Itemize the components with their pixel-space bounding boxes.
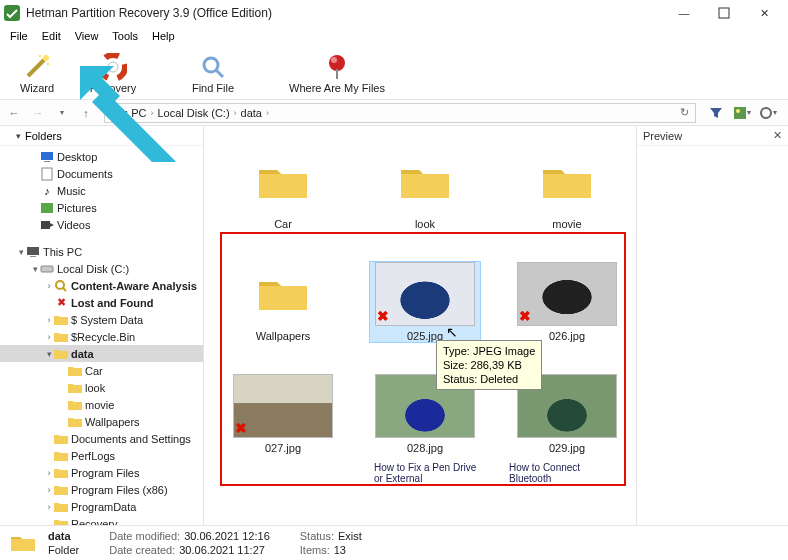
nav-forward-button[interactable]: → — [28, 103, 48, 123]
file-item-027[interactable]: ✖ 027.jpg — [228, 374, 338, 454]
search-folder-icon — [54, 279, 68, 293]
tree-data[interactable]: ▾data — [0, 345, 203, 362]
folders-header[interactable]: ▾ Folders — [0, 126, 203, 146]
crumb-root[interactable]: ...is PC — [111, 107, 146, 119]
chevron-right-icon[interactable]: › — [44, 281, 54, 291]
folder-icon — [54, 483, 68, 497]
tree-sysdata[interactable]: ›$ System Data — [0, 311, 203, 328]
tree-programdata[interactable]: ›ProgramData — [0, 498, 203, 515]
crumb-data[interactable]: data — [241, 107, 262, 119]
tree-lostfound[interactable]: ✖Lost and Found — [0, 294, 203, 311]
crumb-disk[interactable]: Local Disk (C:) — [157, 107, 229, 119]
findfile-button[interactable]: Find File — [182, 48, 244, 98]
tree-docsettings[interactable]: Documents and Settings — [0, 430, 203, 447]
lifesaver-icon — [99, 52, 127, 82]
svg-point-3 — [39, 54, 41, 56]
deleted-x-icon: ✖ — [377, 308, 389, 324]
item-label: look — [415, 218, 435, 230]
chevron-down-icon[interactable]: ▾ — [30, 264, 40, 274]
tree-content-aware[interactable]: ›Content-Aware Analysis — [0, 277, 203, 294]
wherearemyfiles-button[interactable]: Where Are My Files — [282, 48, 392, 98]
chevron-down-icon[interactable]: ▾ — [44, 349, 54, 359]
chevron-right-icon[interactable]: › — [44, 332, 54, 342]
folder-item-look[interactable]: look — [370, 150, 480, 230]
refresh-icon[interactable]: ↻ — [680, 106, 689, 119]
content-area: Car look movie Wallpapers ✖ 025.jpg ✖ — [204, 126, 636, 525]
tree-programfiles86[interactable]: ›Program Files (x86) — [0, 481, 203, 498]
chevron-right-icon[interactable]: › — [44, 502, 54, 512]
extra-items-row: How to Fix a Pen Drive or External How t… — [204, 462, 636, 492]
tree-pictures[interactable]: Pictures — [0, 199, 203, 216]
svg-rect-16 — [41, 203, 53, 213]
app-icon — [4, 5, 20, 21]
preview-title: Preview — [643, 130, 682, 142]
folder-item-movie[interactable]: movie — [512, 150, 622, 230]
menu-edit[interactable]: Edit — [36, 28, 67, 44]
tree-movie[interactable]: movie — [0, 396, 203, 413]
folder-icon — [54, 500, 68, 514]
maximize-button[interactable] — [704, 0, 744, 26]
menu-file[interactable]: File — [4, 28, 34, 44]
tree-desktop[interactable]: Desktop — [0, 148, 203, 165]
deleted-x-icon: ✖ — [519, 308, 531, 324]
tree-recovery[interactable]: Recovery — [0, 515, 203, 525]
file-item-026[interactable]: ✖ 026.jpg — [512, 262, 622, 342]
folder-item-wallpapers[interactable]: Wallpapers — [228, 262, 338, 342]
wizard-button[interactable]: Wizard — [6, 48, 68, 98]
tree-programfiles[interactable]: ›Program Files — [0, 464, 203, 481]
item-label: 027.jpg — [265, 442, 301, 454]
svg-point-6 — [108, 62, 118, 72]
folder-icon — [54, 347, 68, 361]
menu-view[interactable]: View — [69, 28, 105, 44]
tree-car[interactable]: Car — [0, 362, 203, 379]
chevron-right-icon: › — [266, 108, 269, 118]
image-thumbnail: ✖ — [233, 374, 333, 438]
filter-button[interactable] — [706, 103, 726, 123]
picture-icon — [40, 201, 54, 215]
tree-thispc[interactable]: ▾This PC — [0, 243, 203, 260]
main-area: ▾ Folders Desktop Documents ♪Music Pictu… — [0, 126, 788, 525]
status-name-col: data Folder — [48, 530, 79, 556]
thumbnail-view-button[interactable]: ▾ — [732, 103, 752, 123]
preview-close-button[interactable]: ✕ — [773, 129, 782, 142]
tree-recycle[interactable]: ›$Recycle.Bin — [0, 328, 203, 345]
nav-back-button[interactable]: ← — [4, 103, 24, 123]
chevron-down-icon[interactable]: ▾ — [16, 247, 26, 257]
svg-rect-1 — [719, 8, 729, 18]
tree-documents[interactable]: Documents — [0, 165, 203, 182]
menu-tools[interactable]: Tools — [106, 28, 144, 44]
status-items-label: Items: — [300, 544, 330, 556]
doc-item-fixpen[interactable]: How to Fix a Pen Drive or External — [374, 462, 477, 484]
folder-item-car[interactable]: Car — [228, 150, 338, 230]
item-label: 029.jpg — [549, 442, 585, 454]
address-bar[interactable]: ...is PC› Local Disk (C:)› data› ↻ — [104, 103, 696, 123]
nav-history-button[interactable]: ▾ — [52, 103, 72, 123]
tree-perflogs[interactable]: PerfLogs — [0, 447, 203, 464]
menu-help[interactable]: Help — [146, 28, 181, 44]
tree-wallpapers[interactable]: Wallpapers — [0, 413, 203, 430]
close-button[interactable]: ✕ — [744, 0, 784, 26]
folder-icon — [517, 150, 617, 214]
status-modified-value: 30.06.2021 12:16 — [184, 530, 270, 542]
tooltip-line: Status: Deleted — [443, 372, 535, 386]
tree-videos[interactable]: Videos — [0, 216, 203, 233]
options-button[interactable]: ▾ — [758, 103, 778, 123]
recovery-label: Recovery — [90, 82, 136, 94]
chevron-right-icon[interactable]: › — [44, 468, 54, 478]
chevron-right-icon[interactable]: › — [44, 485, 54, 495]
folder-icon — [54, 517, 68, 526]
tree-localdisk[interactable]: ▾Local Disk (C:) — [0, 260, 203, 277]
svg-rect-19 — [30, 256, 36, 257]
doc-item-bluetooth[interactable]: How to Connect Bluetooth — [509, 462, 612, 484]
image-thumbnail: ✖ — [375, 262, 475, 326]
minimize-button[interactable]: — — [664, 0, 704, 26]
tree-look[interactable]: look — [0, 379, 203, 396]
folder-icon — [68, 398, 82, 412]
status-status-value: Exist — [338, 530, 362, 542]
recovery-button[interactable]: Recovery — [82, 48, 144, 98]
file-item-025[interactable]: ✖ 025.jpg — [370, 262, 480, 342]
chevron-right-icon[interactable]: › — [44, 315, 54, 325]
nav-up-button[interactable]: ↑ — [76, 103, 96, 123]
tree-music[interactable]: ♪Music — [0, 182, 203, 199]
svg-point-21 — [56, 281, 64, 289]
